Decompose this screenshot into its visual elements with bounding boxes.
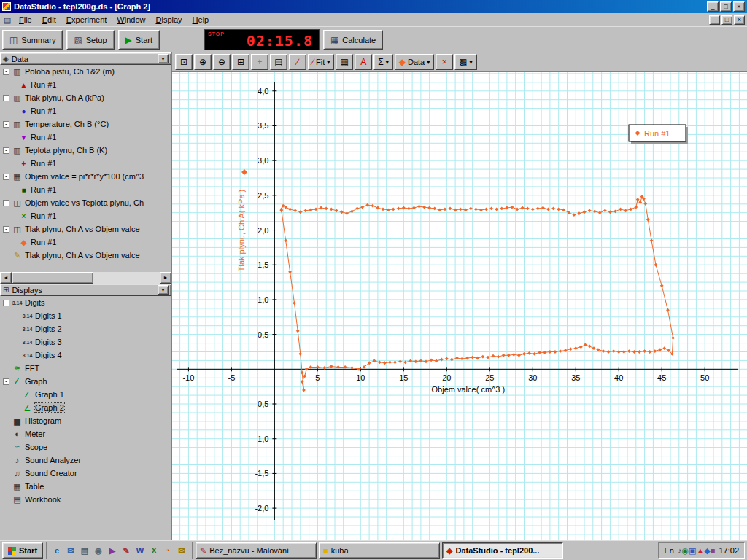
data-tree-item[interactable]: -▥Tlak plynu, Ch A (kPa) bbox=[0, 91, 171, 104]
display-child-item-selected[interactable]: ∠Graph 2 bbox=[0, 401, 171, 414]
menu-edit[interactable]: Edit bbox=[37, 14, 61, 26]
data-tree-item[interactable]: -◫Objem valce vs Teplota plynu, Ch bbox=[0, 196, 171, 209]
scrollbar-thumb[interactable] bbox=[12, 272, 93, 284]
child-restore-button[interactable]: □ bbox=[721, 15, 732, 25]
data-dropdown[interactable]: ◆Data▾ bbox=[395, 54, 435, 70]
display-tree-item[interactable]: -3.14Digits bbox=[0, 296, 171, 309]
display-tree-item[interactable]: ≋FFT bbox=[0, 362, 171, 375]
fit-dropdown[interactable]: ∕Fit▾ bbox=[308, 54, 334, 70]
task-paint[interactable]: ✎Bez_názvu - Malování bbox=[196, 542, 317, 559]
scale-to-fit-button[interactable]: ⊡ bbox=[175, 54, 193, 70]
data-run-item[interactable]: ▲Run #1 bbox=[0, 78, 171, 91]
tree-expand-toggle[interactable]: - bbox=[3, 378, 9, 385]
zoom-out-button[interactable]: ⊖ bbox=[213, 54, 231, 70]
maximize-button[interactable]: □ bbox=[720, 1, 732, 12]
task-datastudio[interactable]: ◆DataStudio - tepl200... bbox=[442, 542, 563, 559]
pressure-volume-chart[interactable]: -10-551015202530354045504,03,53,02,52,01… bbox=[172, 72, 747, 540]
tree-expand-toggle[interactable]: - bbox=[3, 226, 9, 233]
scope-icon: ≈ bbox=[12, 443, 23, 451]
menu-display[interactable]: Display bbox=[151, 14, 187, 26]
tree-expand-toggle[interactable]: - bbox=[3, 121, 9, 128]
data-run-item[interactable]: ■Run #1 bbox=[0, 183, 171, 196]
data-tree-item[interactable]: -▥Teplota plynu, Ch B (K) bbox=[0, 144, 171, 157]
paint-icon[interactable]: ✎ bbox=[120, 545, 132, 556]
mail-icon[interactable]: ✉ bbox=[176, 545, 187, 556]
data-tree-item[interactable]: -▥Poloha pistu, Ch 1&2 (m) bbox=[0, 65, 171, 78]
calculator-button[interactable]: ▦ bbox=[336, 54, 353, 70]
display-child-item[interactable]: 3.14Digits 2 bbox=[0, 322, 171, 335]
scrollbar-track[interactable] bbox=[12, 272, 160, 284]
data-tree-item[interactable]: ✎Tlak plynu, Ch A vs Objem valce bbox=[0, 249, 171, 262]
note-tool-button[interactable]: ▤ bbox=[270, 54, 287, 70]
display-tree-item[interactable]: ♫Sound Creator bbox=[0, 467, 171, 480]
child-close-button[interactable]: × bbox=[734, 15, 745, 25]
messenger-icon[interactable]: ◆ bbox=[704, 546, 710, 555]
channels-icon[interactable]: ◉ bbox=[93, 545, 104, 556]
excel-icon[interactable]: X bbox=[148, 545, 160, 556]
scroll-left-button[interactable]: ◄ bbox=[0, 272, 12, 284]
antivirus-icon[interactable]: ▲ bbox=[696, 546, 704, 555]
show-desktop-icon[interactable]: ▤ bbox=[79, 545, 90, 556]
language-indicator[interactable]: En bbox=[664, 546, 673, 555]
power-icon[interactable]: ◉ bbox=[681, 546, 689, 555]
display-tree-item[interactable]: -∠Graph bbox=[0, 375, 171, 388]
data-run-item[interactable]: ●Run #1 bbox=[0, 104, 171, 117]
browser-icon[interactable]: ◔ bbox=[162, 545, 174, 556]
menu-experiment[interactable]: Experiment bbox=[61, 14, 112, 26]
display-tree-item[interactable]: ▦Table bbox=[0, 480, 171, 493]
display-child-item[interactable]: 3.14Digits 1 bbox=[0, 309, 171, 322]
statistics-dropdown[interactable]: Σ▾ bbox=[374, 54, 392, 70]
displays-panel-dropdown[interactable]: ▼ bbox=[158, 285, 169, 295]
display-child-item[interactable]: 3.14Digits 3 bbox=[0, 335, 171, 349]
word-icon[interactable]: W bbox=[134, 545, 146, 556]
start-button[interactable]: ▶ Start bbox=[118, 30, 160, 50]
svg-text:30: 30 bbox=[528, 373, 537, 382]
minimize-button[interactable]: _ bbox=[707, 1, 719, 12]
data-run-item[interactable]: ×Run #1 bbox=[0, 209, 171, 222]
display-tree-item[interactable]: ♪Sound Analyzer bbox=[0, 454, 171, 467]
display-child-item[interactable]: 3.14Digits 4 bbox=[0, 349, 171, 362]
smart-tool-button[interactable]: + bbox=[251, 54, 268, 70]
scheduler-icon[interactable]: ■ bbox=[711, 546, 716, 555]
data-tree-item[interactable]: -▥Temperature, Ch B (°C) bbox=[0, 117, 171, 131]
tree-expand-toggle[interactable]: - bbox=[3, 300, 9, 306]
task-folder-kuba[interactable]: ■kuba bbox=[319, 542, 440, 559]
summary-button[interactable]: ◫ Summary bbox=[2, 30, 63, 50]
delete-button[interactable]: × bbox=[436, 54, 453, 70]
display-tree-item[interactable]: ▤Workbook bbox=[0, 493, 171, 506]
display-icon[interactable]: ▣ bbox=[689, 546, 696, 555]
zoom-select-button[interactable]: ⊞ bbox=[232, 54, 249, 70]
ie-icon[interactable]: e bbox=[51, 545, 63, 556]
data-run-item[interactable]: ▼Run #1 bbox=[0, 131, 171, 144]
menu-help[interactable]: Help bbox=[187, 14, 214, 26]
media-player-icon[interactable]: ▶ bbox=[107, 545, 118, 556]
display-tree-item[interactable]: ▆Histogram bbox=[0, 414, 171, 427]
tree-expand-toggle[interactable]: - bbox=[3, 174, 9, 180]
graph-settings-dropdown[interactable]: ▩▾ bbox=[454, 54, 476, 70]
setup-button[interactable]: ▧ Setup bbox=[66, 30, 114, 50]
text-tool-button[interactable]: A bbox=[355, 54, 372, 70]
tree-expand-toggle[interactable]: - bbox=[3, 69, 9, 75]
display-tree-item[interactable]: ≈Scope bbox=[0, 440, 171, 454]
calculate-button[interactable]: ▦ Calculate bbox=[323, 30, 383, 50]
data-run-item[interactable]: ◆Run #1 bbox=[0, 236, 171, 249]
slope-tool-button[interactable]: ∕ bbox=[289, 54, 306, 70]
scroll-right-button[interactable]: ► bbox=[160, 272, 171, 284]
tree-expand-toggle[interactable]: - bbox=[3, 95, 9, 101]
data-panel-dropdown[interactable]: ▼ bbox=[158, 54, 169, 63]
start-menu-button[interactable]: Start bbox=[2, 542, 43, 559]
display-child-item[interactable]: ∠Graph 1 bbox=[0, 388, 171, 401]
data-tree-item[interactable]: -▦Objem valce = pi*r*r*y*100 (cm^3 bbox=[0, 170, 171, 183]
display-tree-item[interactable]: ◐Meter bbox=[0, 427, 171, 440]
zoom-in-button[interactable]: ⊕ bbox=[194, 54, 212, 70]
menu-file[interactable]: File bbox=[14, 14, 37, 26]
menu-window[interactable]: Window bbox=[112, 14, 150, 26]
tree-expand-toggle[interactable]: - bbox=[3, 147, 9, 154]
close-button[interactable]: × bbox=[733, 1, 745, 12]
data-tree-scrollbar[interactable]: ◄ ► bbox=[0, 272, 171, 284]
tree-expand-toggle[interactable]: - bbox=[3, 200, 9, 206]
child-minimize-button[interactable]: _ bbox=[709, 15, 720, 25]
data-run-item[interactable]: +Run #1 bbox=[0, 157, 171, 170]
data-tree-item[interactable]: -◫Tlak plynu, Ch A vs Objem valce bbox=[0, 222, 171, 236]
outlook-icon[interactable]: ✉ bbox=[65, 545, 77, 556]
